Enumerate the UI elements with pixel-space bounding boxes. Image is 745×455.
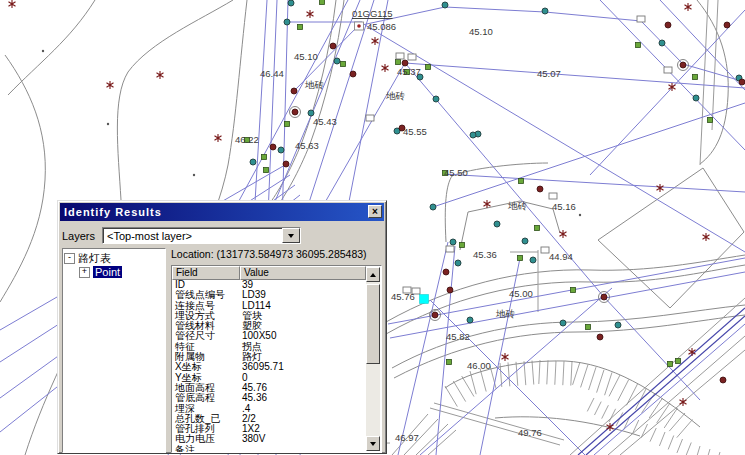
pipeline-line[interactable] (590, 10, 745, 175)
tree-collapse-icon[interactable]: - (64, 253, 75, 264)
marker-utility-box-symbol[interactable] (446, 246, 454, 252)
marker-survey-point-teal[interactable] (494, 221, 500, 227)
field-column-header[interactable]: Field (172, 266, 240, 280)
dialog-titlebar[interactable]: Identify Results × (60, 203, 384, 221)
marker-survey-point-teal[interactable] (467, 317, 473, 323)
marker-survey-point-teal[interactable] (334, 58, 340, 64)
marker-survey-point-green[interactable] (285, 122, 290, 127)
marker-point-dot[interactable] (579, 214, 581, 216)
marker-point-dot[interactable] (107, 123, 109, 125)
tree-point-label[interactable]: Point (93, 266, 122, 278)
scroll-up-button[interactable] (366, 267, 380, 282)
marker-survey-point-green[interactable] (586, 325, 591, 330)
marker-survey-point-red[interactable] (597, 334, 603, 340)
marker-utility-box-symbol[interactable] (396, 53, 404, 59)
identified-point-highlight[interactable] (420, 295, 429, 304)
marker-survey-point-green[interactable] (460, 243, 465, 248)
marker-survey-point-red[interactable] (665, 22, 671, 28)
marker-survey-point-green[interactable] (341, 62, 346, 67)
pipeline-line[interactable] (445, 7, 545, 12)
marker-survey-point-green[interactable] (518, 256, 523, 261)
tree-item-point[interactable]: + Point (79, 265, 164, 279)
marker-survey-point-teal[interactable] (288, 0, 294, 6)
marker-survey-point-red[interactable] (447, 287, 453, 293)
marker-spot-elevation-star[interactable] (9, 0, 16, 8)
marker-labeled-point-symbol[interactable] (355, 22, 364, 30)
scrollbar-thumb[interactable] (366, 284, 380, 364)
marker-survey-point-green[interactable] (447, 360, 452, 365)
marker-survey-point-teal[interactable] (442, 2, 448, 8)
marker-survey-point-teal[interactable] (278, 147, 284, 153)
marker-survey-point-teal[interactable] (560, 320, 566, 326)
marker-spot-elevation-star[interactable] (307, 10, 314, 18)
marker-utility-box-symbol[interactable] (541, 247, 549, 253)
marker-survey-point-teal[interactable] (530, 257, 536, 263)
marker-spot-elevation-star[interactable] (685, 3, 692, 11)
marker-survey-point-green[interactable] (396, 60, 401, 65)
marker-spot-elevation-star[interactable] (372, 37, 379, 45)
marker-survey-point-red[interactable] (330, 43, 336, 49)
marker-utility-box-symbol[interactable] (637, 16, 645, 22)
marker-utility-box-symbol[interactable] (366, 115, 374, 121)
pipeline-line[interactable] (436, 246, 455, 455)
marker-survey-point-teal[interactable] (470, 132, 476, 138)
marker-survey-point-red[interactable] (291, 88, 297, 94)
marker-spot-elevation-star[interactable] (703, 233, 710, 241)
marker-survey-point-teal[interactable] (455, 260, 461, 266)
marker-spot-elevation-star[interactable] (680, 398, 687, 406)
marker-survey-point-ringed[interactable] (290, 107, 301, 118)
marker-spot-elevation-star[interactable] (502, 353, 509, 361)
pipeline-line[interactable] (545, 12, 641, 21)
marker-spot-elevation-star[interactable] (215, 134, 222, 142)
marker-utility-box-symbol[interactable] (664, 67, 672, 73)
marker-survey-point-teal[interactable] (522, 238, 528, 244)
marker-survey-point-green[interactable] (693, 75, 698, 80)
pipeline-line[interactable] (444, 174, 745, 192)
pipeline-line-dark[interactable] (586, 316, 745, 455)
marker-survey-point-teal[interactable] (450, 239, 456, 245)
marker-survey-point-green[interactable] (519, 179, 524, 184)
marker-survey-point-green[interactable] (262, 155, 267, 160)
tree-layer-label[interactable]: 路灯表 (78, 251, 111, 266)
scrollbar-track[interactable] (366, 282, 380, 436)
marker-survey-point-green[interactable] (264, 168, 269, 173)
marker-survey-point-red[interactable] (443, 269, 449, 275)
marker-survey-point-green[interactable] (426, 65, 431, 70)
marker-survey-point-red[interactable] (739, 79, 745, 85)
marker-survey-point-teal[interactable] (250, 159, 256, 165)
marker-survey-point-teal[interactable] (542, 8, 548, 14)
marker-survey-point-teal[interactable] (284, 19, 290, 25)
combo-dropdown-button[interactable] (282, 228, 300, 243)
marker-survey-point-teal[interactable] (433, 96, 439, 102)
scroll-down-button[interactable] (366, 436, 380, 451)
marker-survey-point-red[interactable] (724, 22, 730, 28)
marker-survey-point-green[interactable] (298, 25, 303, 30)
marker-spot-elevation-star[interactable] (107, 81, 114, 89)
marker-utility-box-symbol[interactable] (549, 193, 557, 199)
layers-combobox[interactable]: <Top-most layer> (102, 227, 301, 244)
marker-survey-point-green[interactable] (636, 43, 641, 48)
marker-survey-point-teal[interactable] (659, 40, 665, 46)
pipeline-line[interactable] (365, 25, 745, 252)
marker-survey-point-green[interactable] (708, 118, 713, 123)
pipeline-line[interactable] (594, 324, 745, 455)
marker-survey-point-teal[interactable] (615, 322, 621, 328)
marker-spot-elevation-star[interactable] (382, 64, 389, 72)
tree-item-layer[interactable]: - 路灯表 (64, 251, 164, 265)
marker-survey-point-green[interactable] (571, 288, 576, 293)
marker-survey-point-green[interactable] (676, 359, 681, 364)
value-column-header[interactable]: Value (240, 266, 366, 280)
marker-point-dot[interactable] (42, 50, 44, 52)
marker-survey-point-red[interactable] (270, 144, 276, 150)
marker-spot-elevation-star[interactable] (560, 230, 567, 238)
marker-spot-elevation-star[interactable] (484, 200, 491, 208)
tree-expand-icon[interactable]: + (79, 267, 90, 278)
marker-survey-point-red[interactable] (283, 161, 289, 167)
close-button[interactable]: × (368, 205, 382, 218)
marker-survey-point-green[interactable] (320, 0, 325, 5)
marker-spot-elevation-star[interactable] (657, 184, 664, 192)
marker-spot-elevation-star[interactable] (157, 71, 164, 79)
marker-survey-point-red[interactable] (720, 377, 726, 383)
marker-utility-box-symbol[interactable] (408, 54, 416, 60)
marker-point-dot[interactable] (193, 174, 195, 176)
